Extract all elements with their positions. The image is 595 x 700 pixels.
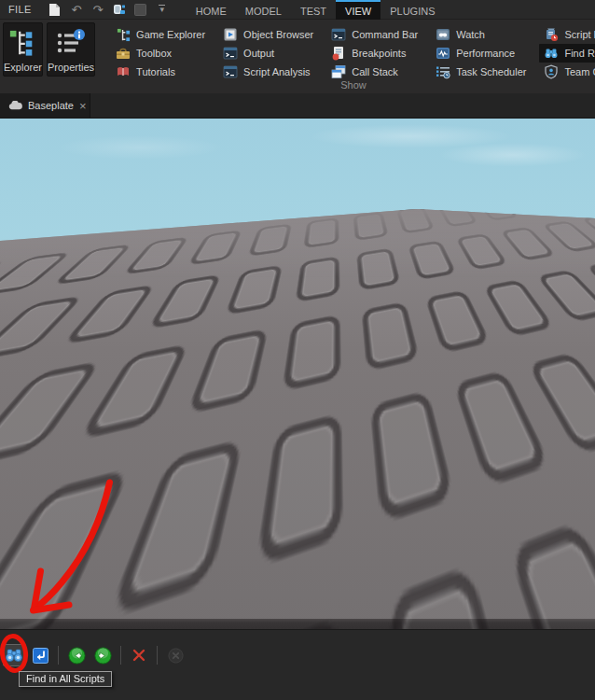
ribbon-item-call-stack[interactable]: Call Stack [326, 63, 422, 81]
ribbon-item-label: Object Browser [243, 29, 313, 40]
tutorials-book-icon [116, 64, 131, 79]
ribbon-item-object-browser[interactable]: Object Browser [218, 25, 318, 44]
ribbon-item-team-create[interactable]: Team Create [539, 63, 595, 81]
tab-label: Baseplate [28, 100, 74, 111]
green-right-arrow-icon [94, 647, 112, 665]
ribbon-column-2: Object Browser Output Script Analysis [218, 22, 318, 81]
ribbon-item-label: Output [243, 48, 274, 59]
menu-tab-view[interactable]: VIEW [336, 0, 381, 20]
ribbon-item-script-analysis[interactable]: Script Analysis [218, 63, 318, 81]
watch-icon [436, 27, 450, 42]
undo-icon[interactable]: ↶ [69, 2, 84, 17]
cloud-icon [8, 101, 22, 110]
toolbar-separator [58, 646, 59, 665]
ribbon-view-panel: Explorer Properties Game Explorer Too [0, 20, 595, 93]
ribbon-column-1: Game Explorer Toolbox Tutorials [111, 22, 210, 81]
find-in-all-scripts-button[interactable] [3, 644, 25, 666]
find-results-toolbar [0, 630, 595, 666]
ribbon-item-label: Command Bar [352, 29, 418, 40]
ribbon-item-label: Team Create [564, 66, 595, 77]
task-scheduler-icon [436, 64, 450, 79]
ribbon-item-label: Script Analysis [243, 66, 311, 77]
ribbon-item-label: Performance [456, 48, 515, 59]
ribbon-item-breakpoints[interactable]: Breakpoints [326, 44, 422, 63]
ribbon-item-label: Script Performance [564, 29, 595, 40]
ribbon-item-label: Watch [456, 29, 485, 40]
replace-icon [33, 648, 48, 664]
ribbon-item-output[interactable]: Output [218, 44, 318, 63]
script-performance-icon [544, 27, 559, 42]
previous-result-button[interactable] [65, 644, 88, 666]
script-analysis-icon [223, 64, 238, 79]
ribbon-item-game-explorer[interactable]: Game Explorer [111, 25, 210, 44]
performance-graph-icon [436, 46, 450, 61]
ribbon-column-5: Script Performance Find Results Team Cre… [539, 22, 595, 81]
ribbon-item-find-results[interactable]: Find Results [539, 44, 595, 63]
menu-tab-home[interactable]: HOME [187, 0, 236, 20]
menu-tab-model[interactable]: MODEL [236, 0, 291, 20]
red-x-icon [131, 648, 146, 663]
inactive-box-icon [133, 2, 148, 17]
green-left-arrow-icon [68, 647, 86, 665]
ribbon-item-label: Call Stack [352, 66, 398, 77]
binoculars-icon [5, 648, 23, 663]
ribbon-item-performance[interactable]: Performance [431, 44, 531, 63]
properties-button-label: Properties [48, 62, 94, 73]
breakpoints-icon [331, 46, 346, 61]
redo-icon[interactable]: ↷ [90, 2, 105, 17]
ribbon-item-task-scheduler[interactable]: Task Scheduler [431, 63, 531, 81]
viewport-3d[interactable] [0, 119, 595, 629]
properties-list-icon [56, 23, 86, 62]
command-bar-icon [331, 27, 346, 42]
disabled-circle-x-icon [168, 648, 184, 664]
call-stack-icon [331, 64, 346, 79]
stop-search-button [164, 644, 187, 666]
document-tab-bar: Baseplate × [0, 93, 595, 119]
ribbon-tab-strip: HOME MODEL TEST VIEW PLUGINS [187, 0, 445, 19]
replace-in-all-scripts-button[interactable] [29, 644, 51, 666]
new-file-icon[interactable] [48, 2, 62, 17]
ribbon-column-3: Command Bar Breakpoints Call Stack [326, 22, 422, 81]
baseplate-ground [0, 119, 595, 629]
team-create-shield-icon [544, 64, 559, 79]
ribbon-column-4: Watch Performance Task Scheduler [431, 22, 531, 81]
menu-bar: FILE ↶ ↷ ▾ HOME MODEL TEST VIEW PLUGINS [0, 0, 595, 20]
tooltip-find-in-all-scripts: Find in All Scripts [19, 671, 112, 687]
tab-close-icon[interactable]: × [79, 100, 87, 112]
horizon-haze [0, 207, 595, 277]
ribbon-item-label: Game Explorer [136, 29, 205, 40]
baseplate-side-edge [0, 619, 595, 629]
find-results-binoculars-icon [544, 46, 559, 61]
cloud-wisp [438, 143, 588, 167]
ribbon-item-label: Toolbox [136, 48, 172, 59]
toolbar-separator [120, 646, 121, 665]
tab-baseplate[interactable]: Baseplate × [0, 93, 90, 118]
explorer-tree-icon [8, 23, 36, 62]
object-browser-icon [223, 27, 238, 42]
next-result-button[interactable] [91, 644, 114, 666]
quick-access-toolbar: ↶ ↷ ▾ [48, 0, 170, 19]
ribbon-item-command-bar[interactable]: Command Bar [326, 25, 422, 44]
ribbon-item-tutorials[interactable]: Tutorials [111, 63, 210, 81]
menu-tab-test[interactable]: TEST [291, 0, 336, 20]
customize-caret-icon[interactable]: ▾ [155, 2, 170, 17]
ribbon-item-label: Breakpoints [352, 48, 406, 59]
cloud-wisp [56, 135, 224, 160]
explorer-button-label: Explorer [4, 62, 42, 73]
clear-results-button[interactable] [128, 644, 150, 666]
insert-part-icon[interactable] [112, 2, 127, 17]
menu-tab-plugins[interactable]: PLUGINS [381, 0, 444, 20]
properties-toggle-button[interactable]: Properties [47, 22, 95, 77]
toolbox-icon [116, 46, 131, 61]
file-menu-button[interactable]: FILE [0, 0, 40, 19]
explorer-toggle-button[interactable]: Explorer [3, 22, 43, 77]
ribbon-item-label: Tutorials [136, 66, 175, 77]
output-terminal-icon [223, 46, 238, 61]
toolbar-separator [157, 646, 158, 665]
ribbon-item-toolbox[interactable]: Toolbox [111, 44, 210, 63]
ribbon-item-label: Task Scheduler [456, 66, 526, 77]
ribbon-item-watch[interactable]: Watch [431, 25, 531, 44]
game-explorer-icon [116, 27, 131, 42]
ribbon-item-script-performance[interactable]: Script Performance [539, 25, 595, 44]
ribbon-item-label: Find Results [564, 48, 595, 59]
